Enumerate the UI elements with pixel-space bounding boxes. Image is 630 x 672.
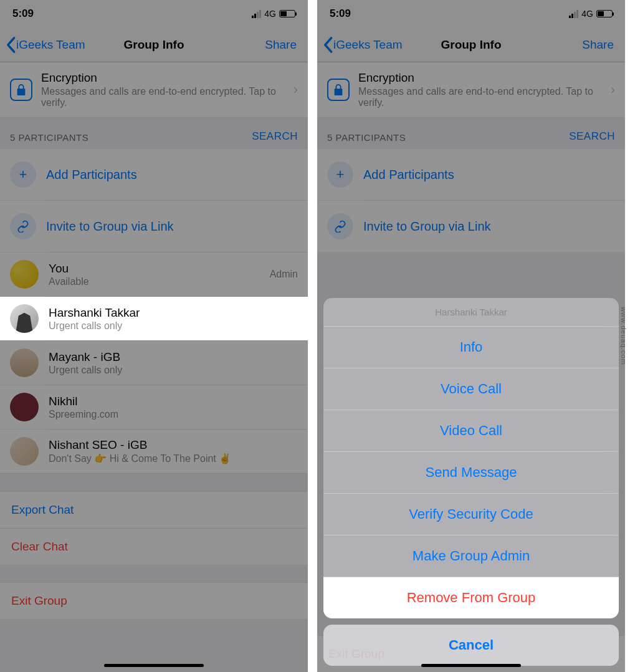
- network-label: 4G: [264, 9, 276, 19]
- encryption-row[interactable]: Encryption Messages and calls are end-to…: [0, 62, 308, 118]
- status-bar: 5:09 4G: [317, 0, 625, 27]
- signal-icon: [569, 10, 578, 18]
- lock-icon: [10, 79, 32, 101]
- invite-link-row[interactable]: Invite to Group via Link: [317, 201, 625, 252]
- section-gap: [0, 565, 308, 582]
- add-participants-row[interactable]: + Add Participants: [317, 149, 625, 200]
- sheet-verify-button[interactable]: Verify Security Code: [323, 494, 619, 535]
- back-button[interactable]: iGeeks Team: [5, 36, 85, 54]
- search-button[interactable]: SEARCH: [252, 130, 298, 143]
- participants-count: 5 PARTICIPANTS: [327, 132, 406, 143]
- encryption-subtitle: Messages and calls are end-to-end encryp…: [41, 86, 289, 108]
- participant-status: Spreeming.com: [49, 409, 298, 420]
- encryption-title: Encryption: [358, 71, 606, 85]
- add-participants-row[interactable]: + Add Participants: [0, 149, 308, 200]
- share-button[interactable]: Share: [265, 38, 303, 52]
- status-time: 5:09: [330, 7, 351, 20]
- avatar: [10, 260, 39, 289]
- add-participants-label: Add Participants: [46, 168, 137, 182]
- chevron-left-icon: [322, 36, 333, 54]
- page-title: Group Info: [123, 38, 184, 52]
- sheet-send-message-button[interactable]: Send Message: [323, 452, 619, 494]
- participant-status: Don't Say 👉 Hi & Come To The Point ✌️: [49, 453, 298, 464]
- back-label: iGeeks Team: [16, 38, 85, 52]
- participants-header: 5 PARTICIPANTS SEARCH: [317, 118, 625, 149]
- link-icon: [10, 213, 36, 239]
- watermark: www.deuaq.com: [620, 307, 628, 365]
- status-right: 4G: [569, 9, 613, 19]
- encryption-row[interactable]: Encryption Messages and calls are end-to…: [317, 62, 625, 118]
- home-indicator[interactable]: [104, 664, 204, 667]
- participant-role: Admin: [270, 269, 298, 280]
- clear-chat-button[interactable]: Clear Chat: [0, 528, 308, 565]
- search-button[interactable]: SEARCH: [569, 130, 615, 143]
- encryption-title: Encryption: [41, 71, 289, 85]
- participant-row[interactable]: Nishant SEO - iGB Don't Say 👉 Hi & Come …: [0, 430, 308, 474]
- home-indicator[interactable]: [421, 664, 521, 667]
- participants-count: 5 PARTICIPANTS: [10, 132, 88, 143]
- nav-bar: iGeeks Team Group Info Share: [0, 27, 308, 62]
- chevron-right-icon: ›: [611, 82, 615, 98]
- battery-icon: [596, 10, 613, 17]
- plus-icon: +: [10, 161, 36, 188]
- back-label: iGeeks Team: [333, 38, 403, 52]
- encryption-text: Encryption Messages and calls are end-to…: [358, 71, 606, 108]
- sheet-video-call-button[interactable]: Video Call: [323, 410, 619, 452]
- nav-bar: iGeeks Team Group Info Share: [317, 27, 625, 62]
- participant-name: Mayank - iGB: [49, 350, 298, 364]
- avatar: [10, 348, 39, 377]
- avatar: [10, 304, 39, 333]
- battery-icon: [279, 10, 295, 17]
- encryption-subtitle: Messages and calls are end-to-end encryp…: [358, 86, 606, 108]
- signal-icon: [252, 10, 261, 18]
- chevron-right-icon: ›: [294, 82, 298, 98]
- participant-status: Urgent calls only: [49, 365, 298, 376]
- avatar: [10, 437, 39, 466]
- link-icon: [327, 213, 353, 239]
- add-participants-label: Add Participants: [363, 168, 454, 182]
- section-gap: [0, 474, 308, 491]
- phone-right: 5:09 4G iGeeks Team Group Info Share Enc…: [317, 0, 625, 672]
- participant-status: Urgent calls only: [49, 320, 298, 332]
- invite-link-label: Invite to Group via Link: [363, 219, 491, 234]
- exit-group-button[interactable]: Exit Group: [0, 582, 308, 619]
- participant-name: Nishant SEO - iGB: [49, 438, 298, 452]
- participant-name: Harshanki Takkar: [49, 306, 298, 320]
- sheet-title: Harshanki Takkar: [323, 298, 619, 327]
- back-button[interactable]: iGeeks Team: [322, 36, 403, 54]
- export-chat-button[interactable]: Export Chat: [0, 491, 308, 528]
- phone-left: 5:09 4G iGeeks Team Group Info Share Enc…: [0, 0, 308, 672]
- action-sheet-panel: Harshanki Takkar Info Voice Call Video C…: [323, 298, 619, 618]
- sheet-voice-call-button[interactable]: Voice Call: [323, 368, 619, 410]
- sheet-cancel-button[interactable]: Cancel: [323, 625, 619, 666]
- network-label: 4G: [581, 9, 593, 19]
- participants-header: 5 PARTICIPANTS SEARCH: [0, 118, 308, 149]
- participant-row[interactable]: Nikhil Spreeming.com: [0, 385, 308, 429]
- status-time: 5:09: [12, 7, 34, 20]
- status-bar: 5:09 4G: [0, 0, 308, 27]
- sheet-remove-button[interactable]: Remove From Group: [323, 577, 619, 618]
- share-button[interactable]: Share: [582, 38, 620, 52]
- participant-row[interactable]: Mayank - iGB Urgent calls only: [0, 341, 308, 385]
- page-title: Group Info: [441, 38, 501, 52]
- sheet-make-admin-button[interactable]: Make Group Admin: [323, 535, 619, 577]
- participant-status: Available: [49, 276, 270, 287]
- sheet-info-button[interactable]: Info: [323, 327, 619, 368]
- invite-link-label: Invite to Group via Link: [46, 219, 174, 234]
- participant-name: You: [49, 262, 270, 276]
- participant-row-selected[interactable]: Harshanki Takkar Urgent calls only: [0, 297, 308, 340]
- status-right: 4G: [252, 9, 295, 19]
- chevron-left-icon: [5, 36, 16, 54]
- invite-link-row[interactable]: Invite to Group via Link: [0, 201, 308, 252]
- avatar: [10, 393, 39, 421]
- lock-icon: [327, 79, 350, 101]
- encryption-text: Encryption Messages and calls are end-to…: [41, 71, 289, 108]
- action-sheet: Harshanki Takkar Info Voice Call Video C…: [323, 298, 619, 666]
- participant-row-you[interactable]: You Available Admin: [0, 252, 308, 296]
- plus-icon: +: [327, 161, 353, 188]
- participant-name: Nikhil: [49, 395, 298, 408]
